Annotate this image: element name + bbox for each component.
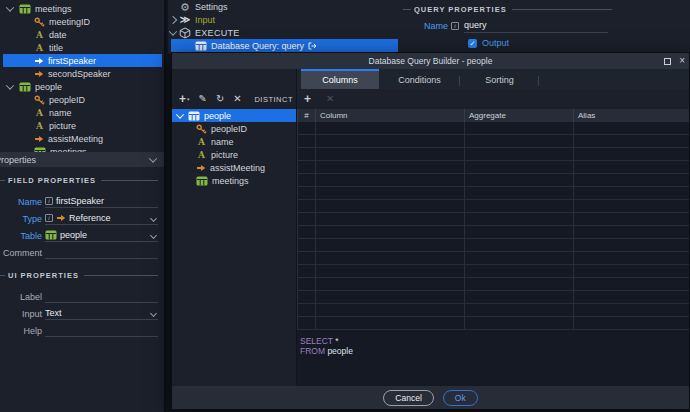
sql-preview: SELECT * FROM people <box>297 330 689 386</box>
ok-button[interactable]: Ok <box>443 390 478 406</box>
add-button[interactable]: + <box>179 93 186 105</box>
close-icon[interactable]: × <box>679 56 685 66</box>
distinct-label[interactable]: DISTINCT <box>254 95 293 104</box>
table-row[interactable] <box>297 291 689 304</box>
chevron-down-icon[interactable] <box>169 27 177 35</box>
table-row[interactable] <box>297 317 689 330</box>
dialog-tabs: Columns Conditions Sorting <box>297 69 689 89</box>
key-icon <box>196 124 207 134</box>
tree-toolbar: +▾ ✎ ↻ ✕ DISTINCT <box>172 89 296 109</box>
tree-item-meetings[interactable]: meetings <box>0 2 164 15</box>
table-cell <box>297 265 315 277</box>
double-chevron-icon: ≫ <box>179 14 191 25</box>
tree-item-date[interactable]: A date <box>0 28 164 41</box>
tree-item-label: name <box>211 137 234 147</box>
tree-item-label: peopleID <box>211 124 247 134</box>
tree-item-peopleID[interactable]: peopleID <box>0 93 164 106</box>
chevron-down-icon <box>150 309 157 316</box>
workflow-item-input[interactable]: ≫ Input <box>168 13 398 26</box>
table-row[interactable] <box>297 226 689 239</box>
table-row[interactable] <box>297 265 689 278</box>
chevron-down-icon[interactable] <box>6 81 14 89</box>
tree-item-meetingID[interactable]: meetingID <box>0 15 164 28</box>
tree-item-label: picture <box>211 150 238 160</box>
table-row[interactable] <box>297 122 689 135</box>
table-cell <box>464 291 573 303</box>
workflow-item-settings[interactable]: ⚙ Settings <box>168 0 398 13</box>
tree-item-people[interactable]: people <box>172 109 296 122</box>
tree-item-name[interactable]: A name <box>172 135 296 148</box>
tree-item-people[interactable]: people <box>0 80 164 93</box>
table-row[interactable] <box>297 174 689 187</box>
workflow-item-execute[interactable]: EXECUTE <box>168 26 398 39</box>
tree-item-name[interactable]: A name <box>0 106 164 119</box>
text-field-icon: A <box>34 108 45 118</box>
chevron-down-icon[interactable]: ▾ <box>187 93 190 105</box>
tree-item-meetings[interactable]: meetings <box>172 174 296 187</box>
table-row[interactable] <box>297 304 689 317</box>
tab-conditions[interactable]: Conditions <box>379 69 460 89</box>
query-name-input[interactable]: query <box>464 18 608 33</box>
table-row[interactable] <box>297 148 689 161</box>
table-cell <box>573 122 689 134</box>
tree-item-assistMeeting[interactable]: assistMeeting <box>172 161 296 174</box>
query-name-label: Name <box>424 21 448 31</box>
column-header-aggregate: Aggregate <box>464 109 573 122</box>
chevron-down-icon[interactable] <box>176 110 184 118</box>
table-row[interactable] <box>297 161 689 174</box>
tree-item-firstSpeaker[interactable]: firstSpeaker <box>3 54 162 67</box>
table-cell <box>297 187 315 199</box>
maximize-icon[interactable] <box>664 58 671 65</box>
type-select[interactable]: i Reference <box>45 212 158 225</box>
column-header-alias: Alias <box>573 109 689 122</box>
tab-sorting[interactable]: Sorting <box>460 69 539 89</box>
cube-icon <box>179 27 191 39</box>
tree-item-picture[interactable]: A picture <box>172 148 296 161</box>
chevron-down-icon[interactable] <box>149 154 157 162</box>
chevron-down-icon <box>150 214 157 221</box>
table-row[interactable] <box>297 213 689 226</box>
table-row[interactable] <box>297 252 689 265</box>
gear-icon: ⚙ <box>179 2 191 12</box>
output-checkbox[interactable]: ✓ <box>468 39 477 48</box>
field-comment-row: Comment <box>0 244 164 261</box>
tree-item-peopleID[interactable]: peopleID <box>172 122 296 135</box>
table-row[interactable] <box>297 135 689 148</box>
edit-pencil-icon[interactable]: ✎ <box>199 93 207 105</box>
tree-item-picture[interactable]: A picture <box>0 119 164 132</box>
add-column-button[interactable]: + <box>304 93 311 105</box>
refresh-icon[interactable]: ↻ <box>216 93 224 105</box>
name-input[interactable]: i firstSpeaker <box>45 195 158 208</box>
query-columns-table-body <box>297 122 689 330</box>
tree-item-assistMeeting[interactable]: assistMeeting <box>0 132 164 145</box>
properties-collapse-bar[interactable]: Properties <box>0 152 164 167</box>
dialog-footer: Cancel Ok <box>172 386 689 409</box>
delete-icon[interactable]: ✕ <box>233 93 241 105</box>
help-input[interactable] <box>45 324 158 337</box>
workflow-item-database-query[interactable]: Database Query: query <box>171 39 398 53</box>
tab-columns[interactable]: Columns <box>301 69 379 89</box>
chevron-right-icon[interactable] <box>169 15 177 23</box>
comment-input[interactable] <box>45 246 158 259</box>
table-row[interactable] <box>297 239 689 252</box>
label-input[interactable] <box>45 290 158 303</box>
remove-column-icon[interactable]: ✕ <box>326 93 334 105</box>
table-select[interactable]: people <box>45 229 158 242</box>
table-row[interactable] <box>297 200 689 213</box>
table-row[interactable] <box>297 278 689 291</box>
tree-item-meetings-clipped[interactable]: meetings <box>0 145 164 152</box>
table-cell <box>297 252 315 264</box>
tree-item-label: secondSpeaker <box>48 69 111 79</box>
chevron-down-icon[interactable] <box>6 3 14 11</box>
tree-item-title[interactable]: A title <box>0 41 164 54</box>
schema-tree: meetings meetingID A date A title firstS… <box>0 0 164 152</box>
reference-arrow-icon <box>34 57 44 65</box>
input-select[interactable]: Text <box>45 307 158 320</box>
tree-item-label: title <box>49 43 63 53</box>
sql-line: FROM people <box>300 346 689 356</box>
dialog-title-bar[interactable]: Database Query Builder - people × <box>172 53 689 69</box>
reference-arrow-icon <box>34 70 44 78</box>
cancel-button[interactable]: Cancel <box>383 390 433 406</box>
table-row[interactable] <box>297 187 689 200</box>
tree-item-secondSpeaker[interactable]: secondSpeaker <box>0 67 164 80</box>
